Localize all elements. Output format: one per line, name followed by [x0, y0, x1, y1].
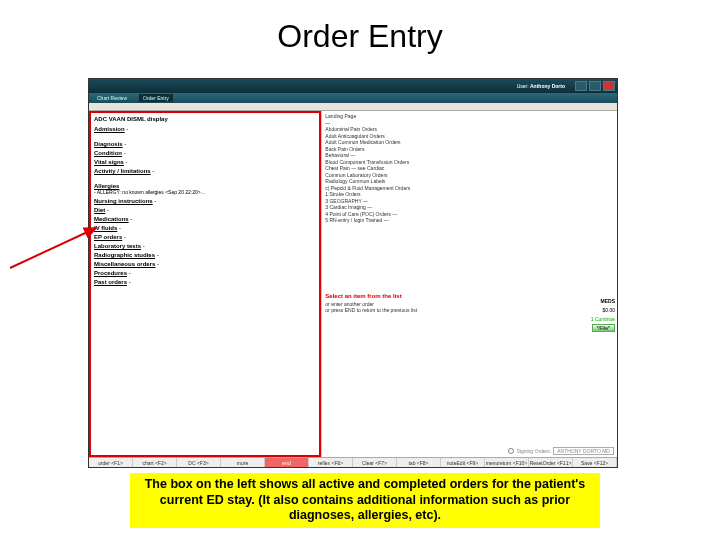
- prompt-area: Select an item from the list or enter an…: [322, 291, 617, 315]
- left-panel: ADC VAAN DISML display Admission - Diagn…: [89, 111, 321, 457]
- fkey-f7[interactable]: Clear <F7>: [353, 458, 397, 467]
- section-diagnosis[interactable]: Diagnosis: [94, 141, 123, 147]
- fkey-f10[interactable]: menureturn <F10>: [485, 458, 529, 467]
- section-lab[interactable]: Laboratory tests: [94, 243, 141, 249]
- section-ep[interactable]: EP orders: [94, 234, 122, 240]
- fkey-more[interactable]: more: [221, 458, 265, 467]
- svg-line-0: [10, 228, 96, 268]
- section-past[interactable]: Past orders: [94, 279, 127, 285]
- window-titlebar: User: Anthony Dorto: [89, 79, 617, 93]
- section-activity[interactable]: Activity / limitations: [94, 168, 151, 174]
- cost-label: $0.00: [591, 307, 615, 313]
- fkey-f11[interactable]: ResetOrder <F11>: [529, 458, 573, 467]
- fkey-f8[interactable]: tab <F8>: [397, 458, 441, 467]
- continue-link[interactable]: 1 Continue: [591, 316, 615, 322]
- select-prompt: Select an item from the list: [325, 293, 614, 299]
- prev-prompt: or enter another order or press END to r…: [325, 301, 614, 313]
- section-admission[interactable]: Admission: [94, 126, 125, 132]
- order-list: Landing Page — Abdominal Pain Orders Adu…: [322, 111, 617, 291]
- window-maximize-icon[interactable]: [589, 81, 601, 91]
- right-panel: Landing Page — Abdominal Pain Orders Adu…: [321, 111, 617, 457]
- file-button[interactable]: */File*: [592, 324, 615, 332]
- titlebar-user: User: Anthony Dorto: [517, 83, 565, 89]
- left-header: ADC VAAN DISML display: [94, 116, 316, 122]
- fkey-f9[interactable]: noteEdit <F9>: [441, 458, 485, 467]
- signing-name: ANTHONY DORTO MD: [553, 447, 614, 455]
- meds-label: MEDS: [591, 298, 615, 304]
- window-close-icon[interactable]: [603, 81, 615, 91]
- allergy-row: - ALLERGY: no known allergies <Sep 20 22…: [94, 189, 316, 195]
- list-item[interactable]: 5 RN-entry / login Trained —: [325, 217, 614, 224]
- window-minimize-icon[interactable]: [575, 81, 587, 91]
- fkey-f6[interactable]: reflex <F6>: [309, 458, 353, 467]
- caption-box: The box on the left shows all active and…: [130, 473, 600, 528]
- app-window: User: Anthony Dorto Chart Review Order E…: [88, 78, 618, 468]
- section-vitals[interactable]: Vital signs: [94, 159, 124, 165]
- fkey-f2[interactable]: chart <F2>: [133, 458, 177, 467]
- fkey-f12[interactable]: Save <F12>: [573, 458, 617, 467]
- signing-label: Signing Orders:: [516, 448, 551, 454]
- section-medications[interactable]: Medications: [94, 216, 129, 222]
- app-body: ADC VAAN DISML display Admission - Diagn…: [89, 111, 617, 457]
- section-radio[interactable]: Radiographic studies: [94, 252, 155, 258]
- fkey-f1[interactable]: order <F1>: [89, 458, 133, 467]
- tab-chart-review[interactable]: Chart Review: [93, 94, 131, 102]
- menubar: Chart Review Order Entry: [89, 93, 617, 103]
- section-iv[interactable]: IV fluids: [94, 225, 117, 231]
- right-sidebar: MEDS $0.00 1 Continue */File*: [591, 298, 615, 332]
- radio-icon[interactable]: [508, 448, 514, 454]
- section-proc[interactable]: Procedures: [94, 270, 127, 276]
- section-condition[interactable]: Condition: [94, 150, 122, 156]
- slide-title: Order Entry: [0, 0, 720, 55]
- function-key-bar: order <F1> chart <F2> DC <F3> more end r…: [89, 457, 617, 467]
- fkey-f3[interactable]: DC <F3>: [177, 458, 221, 467]
- toolbar: [89, 103, 617, 111]
- fkey-end[interactable]: end: [265, 458, 309, 467]
- section-misc[interactable]: Miscellaneous orders: [94, 261, 155, 267]
- tab-order-entry[interactable]: Order Entry: [139, 94, 173, 102]
- signing-row: Signing Orders: ANTHONY DORTO MD: [508, 447, 614, 455]
- section-diet[interactable]: Diet: [94, 207, 105, 213]
- section-nursing[interactable]: Nursing instructions: [94, 198, 153, 204]
